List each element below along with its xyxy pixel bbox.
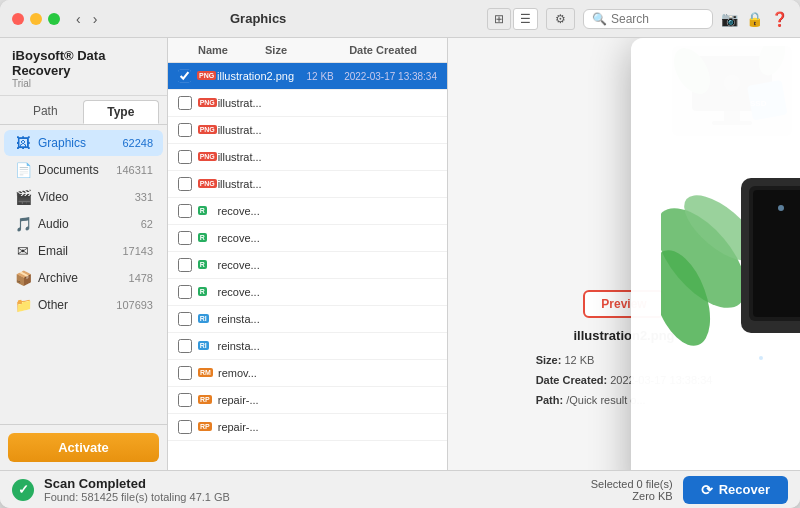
table-row[interactable]: R recove... xyxy=(168,198,447,225)
table-row[interactable]: RP repair-... xyxy=(168,387,447,414)
file-name: recove... xyxy=(218,205,260,217)
help-icon[interactable]: ❓ xyxy=(771,11,788,27)
search-input[interactable] xyxy=(611,12,704,26)
status-bar: ✓ Scan Completed Found: 581425 file(s) t… xyxy=(0,470,800,508)
file-checkbox[interactable] xyxy=(178,285,192,299)
file-name: recove... xyxy=(218,259,260,271)
lock-icon[interactable]: 🔒 xyxy=(746,11,763,27)
video-icon: 🎬 xyxy=(14,189,32,205)
size-label: Size: xyxy=(536,354,562,366)
sidebar-item-label: Archive xyxy=(38,271,129,285)
sidebar-item-label: Audio xyxy=(38,217,141,231)
nav-title: Graphics xyxy=(29,11,487,26)
sidebar-item-documents[interactable]: 📄 Documents 146311 xyxy=(4,157,163,183)
file-checkbox[interactable] xyxy=(178,258,192,272)
table-row[interactable]: R recove... xyxy=(168,225,447,252)
file-checkbox[interactable] xyxy=(178,393,192,407)
table-row[interactable]: PNG illustrat... xyxy=(168,144,447,171)
selection-info: Selected 0 file(s) Zero KB xyxy=(591,478,673,502)
date-label: Date Created: xyxy=(536,374,608,386)
preview-popup: SSD ? xyxy=(631,38,800,470)
file-type-icon: R xyxy=(198,257,214,273)
file-type-icon: RP xyxy=(198,419,214,435)
toolbar-icons: 📷 🔒 ❓ xyxy=(721,11,788,27)
file-checkbox[interactable] xyxy=(178,69,191,83)
grid-view-button[interactable]: ⊞ xyxy=(487,8,511,30)
sidebar-item-count: 62248 xyxy=(122,137,153,149)
table-row[interactable]: RP repair-... xyxy=(168,414,447,441)
table-row[interactable]: RI reinsta... xyxy=(168,306,447,333)
file-checkbox[interactable] xyxy=(178,366,192,380)
table-row[interactable]: RI reinsta... xyxy=(168,333,447,360)
sidebar-items: 🖼 Graphics 62248 📄 Documents 146311 🎬 Vi… xyxy=(0,125,167,424)
email-icon: ✉ xyxy=(14,243,32,259)
file-name: illustrat... xyxy=(218,124,262,136)
list-view-button[interactable]: ☰ xyxy=(513,8,538,30)
file-list-panel: Name Size Date Created PNG illustration2… xyxy=(168,38,448,470)
table-row[interactable]: PNG illustrat... xyxy=(168,117,447,144)
file-checkbox[interactable] xyxy=(178,420,192,434)
file-checkbox[interactable] xyxy=(178,150,192,164)
table-row[interactable]: R recove... xyxy=(168,252,447,279)
sidebar: iBoysoft® Data Recovery Trial Path Type … xyxy=(0,38,168,470)
file-name: illustration2.png xyxy=(217,70,294,82)
file-type-icon: PNG xyxy=(198,149,214,165)
sidebar-item-label: Graphics xyxy=(38,136,122,150)
filter-button[interactable]: ⚙ xyxy=(546,8,575,30)
tab-type[interactable]: Type xyxy=(83,100,160,124)
file-checkbox[interactable] xyxy=(178,339,192,353)
file-type-icon: R xyxy=(198,284,214,300)
file-checkbox[interactable] xyxy=(178,204,192,218)
camera-icon[interactable]: 📷 xyxy=(721,11,738,27)
table-row[interactable]: PNG illustration2.png 12 KB 2022-03-17 1… xyxy=(168,63,447,90)
documents-icon: 📄 xyxy=(14,162,32,178)
file-checkbox[interactable] xyxy=(178,96,192,110)
sidebar-item-email[interactable]: ✉ Email 17143 xyxy=(4,238,163,264)
sidebar-item-count: 17143 xyxy=(122,245,153,257)
file-name: illustrat... xyxy=(218,178,262,190)
tab-path[interactable]: Path xyxy=(8,100,83,124)
file-checkbox[interactable] xyxy=(178,123,192,137)
archive-icon: 📦 xyxy=(14,270,32,286)
svg-point-30 xyxy=(759,356,763,360)
selected-files: Selected 0 file(s) xyxy=(591,478,673,490)
file-date: 2022-03-17 13:38:34 xyxy=(334,71,437,82)
svg-point-28 xyxy=(778,205,784,211)
title-bar: ‹ › Graphics ⊞ ☰ ⚙ 🔍 📷 🔒 ❓ xyxy=(0,0,800,38)
graphics-icon: 🖼 xyxy=(14,135,32,151)
file-name: illustrat... xyxy=(218,97,262,109)
scan-complete-text-block: Scan Completed Found: 581425 file(s) tot… xyxy=(44,476,230,503)
activate-button[interactable]: Activate xyxy=(8,433,159,462)
sidebar-item-audio[interactable]: 🎵 Audio 62 xyxy=(4,211,163,237)
sidebar-item-video[interactable]: 🎬 Video 331 xyxy=(4,184,163,210)
file-type-icon: RI xyxy=(198,338,214,354)
recover-button[interactable]: ⟳ Recover xyxy=(683,476,788,504)
illustration-svg: SSD ? xyxy=(661,78,800,458)
file-checkbox[interactable] xyxy=(178,312,192,326)
file-type-icon: RP xyxy=(198,392,214,408)
toolbar-right: ⊞ ☰ ⚙ 🔍 📷 🔒 ❓ xyxy=(487,8,788,30)
file-checkbox[interactable] xyxy=(178,231,192,245)
app-title: iBoysoft® Data Recovery xyxy=(12,48,155,78)
content-area: iBoysoft® Data Recovery Trial Path Type … xyxy=(0,38,800,470)
file-name: recove... xyxy=(218,286,260,298)
sidebar-item-other[interactable]: 📁 Other 107693 xyxy=(4,292,163,318)
table-row[interactable]: RM remov... xyxy=(168,360,447,387)
scan-complete-label: Scan Completed xyxy=(44,476,230,491)
table-row[interactable]: PNG illustrat... xyxy=(168,90,447,117)
table-row[interactable]: PNG illustrat... xyxy=(168,171,447,198)
sidebar-item-count: 146311 xyxy=(116,164,153,176)
sidebar-item-count: 1478 xyxy=(129,272,153,284)
file-checkbox[interactable] xyxy=(178,177,192,191)
file-size: 12 KB xyxy=(294,71,334,82)
sidebar-item-graphics[interactable]: 🖼 Graphics 62248 xyxy=(4,130,163,156)
file-list-header: Name Size Date Created xyxy=(168,38,447,63)
col-name-header: Name xyxy=(198,44,237,56)
selected-size: Zero KB xyxy=(591,490,673,502)
table-row[interactable]: R recove... xyxy=(168,279,447,306)
file-name: repair-... xyxy=(218,421,259,433)
preview-panel: SSD xyxy=(448,38,800,470)
file-type-icon: R xyxy=(198,230,214,246)
close-button[interactable] xyxy=(12,13,24,25)
sidebar-item-archive[interactable]: 📦 Archive 1478 xyxy=(4,265,163,291)
